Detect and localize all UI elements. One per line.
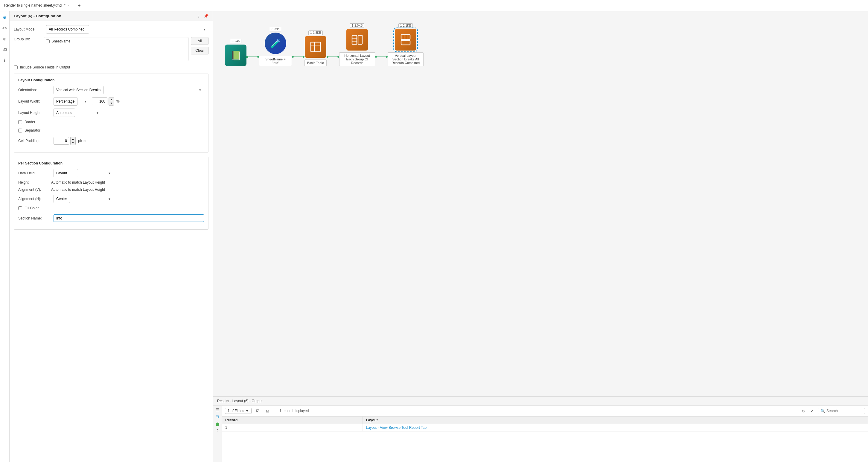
node-1[interactable]: 3 24b 📗 — [225, 39, 246, 66]
node1-box: 📗 — [225, 44, 246, 66]
layout-width-type-select[interactable]: Percentage Fixed — [54, 97, 78, 105]
group-by-clear-button[interactable]: Clear — [191, 47, 209, 55]
layout-link[interactable]: Layout - View Browse Tool Report Tab — [366, 426, 427, 430]
search-input[interactable] — [827, 409, 862, 413]
record-count: 1 record displayed — [279, 409, 309, 413]
data-field-select-wrapper: Layout Record SheetName — [54, 169, 113, 177]
node5-icon — [400, 34, 411, 45]
toolbar-x-icon[interactable]: ⊠ — [264, 407, 271, 414]
fill-color-row: Fill Color — [18, 206, 204, 210]
alignment-v-value: Automatic to match Layout Height — [51, 187, 105, 192]
node5-label: Vertical Layout Section Breaks All Recor… — [388, 52, 424, 66]
node-4[interactable]: 1 2.0KB Horizontal Layout Each Group Of … — [339, 23, 375, 66]
section-name-label: Section Name: — [18, 216, 51, 220]
fill-color-checkbox[interactable] — [18, 206, 22, 210]
row-icon-list[interactable]: ☰ — [216, 407, 219, 412]
node3-count: 1 — [310, 31, 312, 34]
svg-rect-7 — [401, 35, 410, 39]
node1-size: 24b — [235, 39, 240, 43]
tab-close-button[interactable]: × — [68, 4, 70, 7]
conn1-line — [248, 57, 257, 57]
node3-label: Basic Table — [305, 60, 327, 66]
group-by-sheetname-checkbox[interactable] — [46, 39, 50, 43]
layout-mode-select[interactable]: All Records Combined Each Group of Recor… — [46, 25, 89, 33]
layout-height-select-wrapper: Automatic Fixed — [54, 109, 101, 117]
active-tab[interactable]: Render to single named sheet.yxmd * × — [0, 0, 74, 11]
conn2-line — [294, 57, 303, 57]
cell-padding-unit: pixels — [78, 139, 87, 143]
layout-height-select[interactable]: Automatic Fixed — [54, 109, 75, 117]
alignment-h-select[interactable]: Center Left Right — [54, 195, 70, 203]
data-field-label: Data Field: — [18, 171, 51, 175]
sidebar-icon-info[interactable]: ℹ — [1, 57, 8, 64]
node1-icon: 📗 — [230, 50, 241, 61]
alignment-h-label: Alignment (H): — [18, 197, 51, 201]
cell-padding-label: Cell Padding: — [18, 139, 51, 143]
group-by-box: SheetName — [44, 37, 188, 61]
cell-padding-up-btn[interactable]: ▲ — [70, 137, 75, 141]
toolbar-check-icon[interactable]: ☑ — [254, 407, 261, 414]
cell-padding-input[interactable] — [54, 137, 69, 145]
group-by-buttons: All Clear — [191, 37, 209, 55]
fill-color-label: Fill Color — [25, 206, 39, 210]
include-source-checkbox[interactable] — [14, 65, 18, 69]
col-record: Record — [222, 417, 363, 424]
config-menu-icon[interactable]: ⋮ — [197, 14, 201, 18]
svg-rect-3 — [352, 35, 357, 44]
tab-label: Render to single named sheet.yxmd — [4, 3, 62, 7]
row-icon-table[interactable]: ⊟ — [216, 414, 219, 419]
layout-height-row: Layout Height: Automatic Fixed — [18, 109, 204, 117]
fields-dropdown[interactable]: 1 of Fields ▼ — [225, 408, 252, 414]
height-info-label: Height: — [18, 180, 51, 185]
node-2[interactable]: 3 39b 🧪 SheetName = 'Info' — [259, 27, 292, 66]
canvas-area: 3 24b 📗 3 39b — [213, 11, 868, 462]
sidebar-icon-target[interactable]: ⊕ — [1, 35, 8, 42]
alignment-h-row: Alignment (H): Center Left Right — [18, 195, 204, 203]
layout-width-type-wrapper: Percentage Fixed — [54, 97, 89, 105]
cell-padding-spinner: ▲ ▼ — [70, 137, 76, 145]
border-label: Border — [25, 120, 35, 124]
node2-size: 39b — [274, 28, 279, 31]
height-info-value: Automatic to match Layout Height — [51, 180, 105, 185]
data-field-select[interactable]: Layout Record SheetName — [54, 169, 78, 177]
section-name-input[interactable] — [54, 214, 204, 222]
sidebar-icon-settings[interactable]: ⚙ — [1, 14, 8, 21]
alignment-v-label: Alignment (V): — [18, 187, 51, 192]
cell-padding-down-btn[interactable]: ▼ — [70, 141, 75, 145]
alignment-h-select-wrapper: Center Left Right — [54, 195, 113, 203]
node-3[interactable]: 1 1.8KB Basic Table — [305, 31, 327, 66]
canvas-top: 3 24b 📗 3 39b — [213, 11, 868, 396]
search-wrap[interactable]: 🔍 — [818, 408, 865, 414]
node5-count: 1 — [400, 24, 402, 27]
row-icon-help[interactable]: ? — [216, 429, 218, 433]
node-5[interactable]: 1 2.1KB Vertical Layout Section Breaks A… — [388, 23, 424, 66]
toolbar-confirm-icon[interactable]: ✓ — [809, 407, 815, 414]
layout-width-input[interactable] — [92, 97, 107, 105]
table-row: 1 Layout - View Browse Tool Report Tab — [222, 424, 868, 431]
node3-box — [305, 36, 326, 58]
layout-width-down-btn[interactable]: ▼ — [109, 101, 114, 105]
config-pin-icon[interactable]: 📌 — [204, 14, 209, 18]
fields-dropdown-arrow: ▼ — [245, 409, 249, 413]
connector-2 — [292, 56, 305, 58]
height-info-row: Height: Automatic to match Layout Height — [18, 180, 204, 185]
toolbar-cancel-icon[interactable]: ⊘ — [800, 407, 806, 414]
node2-icon: 🧪 — [270, 38, 281, 49]
layout-width-up-btn[interactable]: ▲ — [109, 97, 114, 101]
results-table: Record Layout 1 Layout - View Browse Too… — [222, 416, 868, 462]
border-checkbox[interactable] — [18, 120, 22, 124]
sidebar-icon-code[interactable]: <> — [1, 25, 8, 32]
config-header: Layout (6) - Configuration ⋮ 📌 — [9, 11, 213, 21]
results-panel: Results - Layout (6) - Output ☰ ⊟ ? 1 of… — [213, 396, 868, 462]
sidebar-icon-tag[interactable]: 🏷 — [1, 46, 8, 53]
svg-rect-0 — [311, 42, 320, 52]
layout-mode-select-wrapper: All Records Combined Each Group of Recor… — [46, 25, 209, 33]
new-tab-button[interactable]: + — [74, 0, 84, 11]
node5-box — [395, 29, 416, 51]
group-by-section: Group By: SheetName All Clear — [14, 37, 209, 61]
orientation-select[interactable]: Vertical with Section Breaks Horizontal … — [54, 86, 103, 94]
group-by-all-button[interactable]: All — [191, 37, 209, 45]
results-title: Results - Layout (6) - Output — [217, 399, 262, 403]
cell-padding-wrap: ▲ ▼ — [54, 137, 76, 145]
separator-checkbox[interactable] — [18, 129, 22, 132]
